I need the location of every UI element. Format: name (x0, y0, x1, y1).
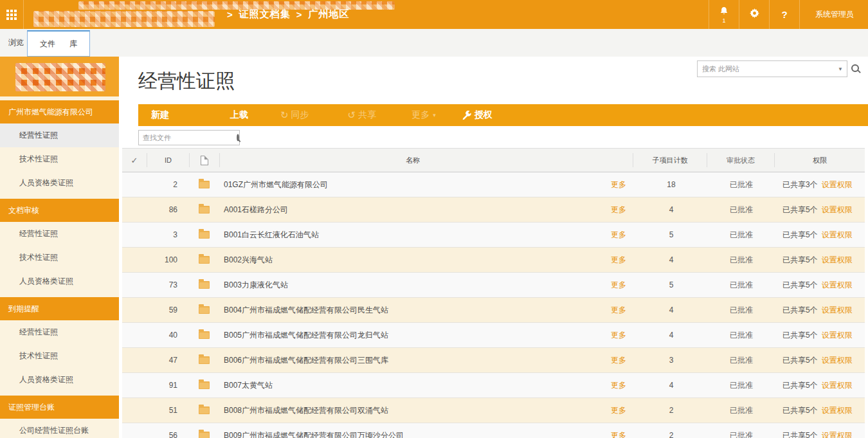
breadcrumb-item-docset[interactable]: 证照文档集 (239, 8, 291, 21)
table-row[interactable]: 91 B007太黄气站 更多 4 已批准 已共享5个 设置权限 (122, 373, 865, 398)
table-row[interactable]: 86 A001石槎路分公司 更多 4 已批准 已共享5个 设置权限 (122, 197, 865, 223)
column-header-id[interactable]: ID (147, 153, 190, 167)
table-row[interactable]: 100 B002兴海气站 更多 4 已批准 已共享5个 设置权限 (122, 248, 865, 273)
row-set-permissions-link[interactable]: 设置权限 (822, 430, 853, 438)
sidebar-item[interactable]: 人员资格类证照 (0, 368, 119, 392)
new-button[interactable]: 新建 (151, 109, 169, 121)
row-name-link[interactable]: B002兴海气站 (219, 255, 602, 266)
column-header-name[interactable]: 名称 (220, 153, 601, 167)
row-more-link[interactable]: 更多 (611, 330, 626, 341)
row-name-link[interactable]: B009广州市福成燃气储配经营有限公司万顷沙分公司 (219, 430, 602, 438)
folder-icon[interactable] (199, 281, 210, 289)
sidebar-section-header[interactable]: 文档审核 (0, 199, 119, 222)
select-all-check-icon[interactable]: ✓ (131, 156, 138, 165)
row-more-link[interactable]: 更多 (611, 280, 626, 291)
row-more-link[interactable]: 更多 (611, 405, 626, 416)
authorize-button[interactable]: 授权 (462, 109, 493, 121)
tab-browse[interactable]: 浏览 (8, 29, 24, 57)
folder-icon[interactable] (199, 306, 210, 314)
table-row[interactable]: 56 B009广州市福成燃气储配经营有限公司万顷沙分公司 更多 2 已批准 已共… (122, 423, 865, 438)
row-name-link[interactable]: B008广州市福成燃气储配经营有限公司双涌气站 (219, 405, 602, 416)
folder-icon[interactable] (199, 381, 210, 389)
row-count: 4 (635, 205, 708, 214)
search-scope-caret-icon[interactable]: ▼ (838, 66, 843, 72)
row-set-permissions-link[interactable]: 设置权限 (822, 255, 853, 266)
folder-icon[interactable] (199, 356, 210, 364)
row-name-link[interactable]: 01GZ广州市燃气能源有限公司 (219, 179, 602, 190)
breadcrumb-item-region[interactable]: 广州地区 (309, 8, 350, 21)
row-name-link[interactable]: B001白云长红液化石油气站 (219, 230, 602, 241)
breadcrumb-separator: > (227, 9, 233, 20)
sidebar-item[interactable]: 技术性证照 (0, 147, 119, 171)
row-more-link[interactable]: 更多 (611, 255, 626, 266)
sidebar-item[interactable]: 人员资格类证照 (0, 269, 119, 293)
column-header-status[interactable]: 审批状态 (707, 153, 775, 167)
sidebar-item[interactable]: 技术性证照 (0, 344, 119, 368)
sidebar-item[interactable]: 人员资格类证照 (0, 171, 119, 195)
row-set-permissions-link[interactable]: 设置权限 (822, 380, 853, 391)
row-more-link[interactable]: 更多 (611, 230, 626, 241)
table-row[interactable]: 47 B006广州市福成燃气储配经营有限公司三围气库 更多 3 已批准 已共享5… (122, 348, 865, 373)
row-more-link[interactable]: 更多 (611, 205, 626, 215)
sidebar-section-header[interactable]: 证照管理台账 (0, 396, 119, 419)
row-set-permissions-link[interactable]: 设置权限 (822, 280, 853, 291)
row-set-permissions-link[interactable]: 设置权限 (822, 179, 853, 190)
folder-icon[interactable] (199, 432, 210, 438)
tab-library[interactable]: 库 (69, 39, 77, 50)
sidebar-section-header[interactable]: 到期提醒 (0, 297, 119, 320)
row-name-link[interactable]: B007太黄气站 (219, 380, 602, 391)
site-search-icon[interactable] (851, 64, 859, 72)
row-set-permissions-link[interactable]: 设置权限 (822, 330, 853, 341)
row-name-link[interactable]: B004广州市福成燃气储配经营有限公司民生气站 (219, 305, 602, 316)
table-row[interactable]: 2 01GZ广州市燃气能源有限公司 更多 18 已批准 已共享3个 设置权限 (122, 172, 865, 197)
sidebar-item[interactable]: 经营性证照 (0, 222, 119, 246)
folder-icon[interactable] (199, 331, 210, 339)
share-button[interactable]: ↺ 共享 (348, 109, 377, 121)
folder-icon[interactable] (199, 231, 210, 239)
folder-icon[interactable] (199, 256, 210, 264)
row-set-permissions-link[interactable]: 设置权限 (822, 305, 853, 316)
tab-files[interactable]: 文件 (40, 39, 55, 50)
sidebar-item[interactable]: 经营性证照 (0, 320, 119, 344)
row-more-link[interactable]: 更多 (611, 430, 626, 438)
folder-icon[interactable] (199, 181, 210, 188)
row-set-permissions-link[interactable]: 设置权限 (822, 230, 853, 241)
row-set-permissions-link[interactable]: 设置权限 (822, 205, 853, 215)
row-name-link[interactable]: B006广州市福成燃气储配经营有限公司三围气库 (219, 355, 602, 366)
find-file-search-icon[interactable] (237, 134, 239, 141)
table-row[interactable]: 73 B003力康液化气站 更多 5 已批准 已共享5个 设置权限 (122, 273, 865, 298)
user-menu[interactable]: 系统管理员 (799, 0, 868, 29)
row-name-link[interactable]: A001石槎路分公司 (219, 205, 602, 215)
table-row[interactable]: 51 B008广州市福成燃气储配经营有限公司双涌气站 更多 2 已批准 已共享5… (122, 398, 865, 423)
table-row[interactable]: 59 B004广州市福成燃气储配经营有限公司民生气站 更多 4 已批准 已共享5… (122, 298, 865, 323)
folder-icon[interactable] (199, 206, 210, 214)
table-row[interactable]: 3 B001白云长红液化石油气站 更多 5 已批准 已共享5个 设置权限 (122, 223, 865, 248)
app-launcher-button[interactable] (0, 0, 24, 29)
upload-button[interactable]: 上载 (230, 109, 248, 121)
row-more-link[interactable]: 更多 (611, 305, 626, 316)
sync-button[interactable]: ↻ 同步 (280, 109, 309, 121)
row-more-link[interactable]: 更多 (611, 355, 626, 366)
row-status: 已批准 (708, 205, 775, 215)
settings-button[interactable] (739, 0, 769, 29)
column-header-permission[interactable]: 权限 (775, 153, 865, 167)
row-more-link[interactable]: 更多 (611, 380, 626, 391)
sidebar-item[interactable]: 技术性证照 (0, 246, 119, 269)
sidebar-item[interactable]: 经营性证照 (0, 123, 119, 147)
sidebar-item[interactable]: 公司经营性证照台账 (0, 419, 119, 438)
row-more-link[interactable]: 更多 (611, 179, 626, 190)
folder-icon[interactable] (199, 406, 210, 414)
column-header-count[interactable]: 子项目计数 (633, 153, 707, 167)
row-status: 已批准 (708, 430, 775, 438)
notifications-button[interactable]: 1 (709, 0, 739, 29)
row-set-permissions-link[interactable]: 设置权限 (822, 355, 853, 366)
find-file-input[interactable] (139, 134, 237, 141)
table-row[interactable]: 40 B005广州市福成燃气储配经营有限公司龙归气站 更多 4 已批准 已共享5… (122, 323, 865, 348)
help-button[interactable]: ? (769, 0, 799, 29)
more-menu-button[interactable]: 更多 ▾ (411, 109, 436, 121)
row-name-link[interactable]: B003力康液化气站 (219, 280, 602, 291)
site-search-input[interactable] (698, 65, 838, 73)
sidebar-section-header[interactable]: 广州市燃气能源有限公司 (0, 100, 119, 123)
row-set-permissions-link[interactable]: 设置权限 (822, 405, 853, 416)
row-name-link[interactable]: B005广州市福成燃气储配经营有限公司龙归气站 (219, 330, 602, 341)
